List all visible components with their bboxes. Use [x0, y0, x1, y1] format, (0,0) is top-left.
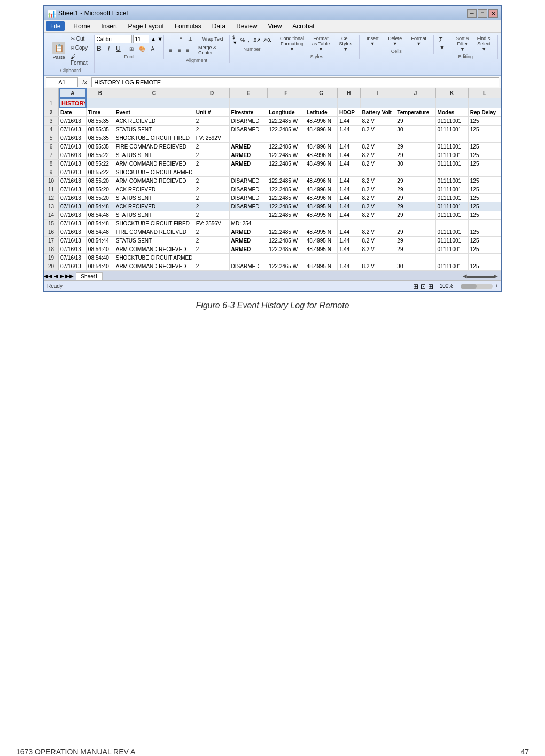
cell[interactable]	[305, 134, 338, 142]
cell[interactable]: 30	[395, 160, 435, 168]
cell[interactable]: 08:54:40	[87, 262, 114, 270]
cell[interactable]: 48.4995 N	[305, 211, 338, 219]
cell[interactable]: STATUS SENT	[114, 211, 194, 219]
cell[interactable]	[230, 211, 268, 219]
cell[interactable]: 07/16/13	[59, 254, 87, 262]
cell[interactable]: SHOCKTUBE CIRCUIT FIRED	[114, 220, 194, 228]
cell[interactable]: 07/16/13	[59, 185, 87, 193]
cell[interactable]: 125	[469, 126, 501, 134]
cell[interactable]: ARM COMMAND RECIEVED	[114, 245, 194, 253]
cell[interactable]: 122.2485 W	[267, 237, 305, 245]
cell[interactable]	[338, 254, 361, 262]
cell[interactable]: 07/16/13	[59, 237, 87, 245]
font-size-input[interactable]	[133, 35, 149, 43]
cell[interactable]: 01111001	[436, 237, 469, 245]
cell[interactable]: 08:54:40	[87, 245, 114, 253]
cell[interactable]: 01111001	[436, 194, 469, 202]
cell[interactable]: 29	[395, 194, 435, 202]
cell[interactable]: 29	[395, 228, 435, 236]
cell[interactable]: 01111001	[436, 117, 469, 125]
cell[interactable]	[360, 168, 395, 176]
cell[interactable]: DISARMED	[230, 262, 268, 270]
cell[interactable]: 01111001	[436, 228, 469, 236]
align-center-button[interactable]: ≡	[176, 46, 183, 54]
cell[interactable]: ACK RECIEVED	[114, 185, 194, 193]
cell[interactable]: 01111001	[436, 262, 469, 270]
cell[interactable]	[230, 134, 268, 142]
cell[interactable]: 1.44	[338, 151, 361, 159]
cell[interactable]: ARMED	[230, 151, 268, 159]
cell[interactable]: 2	[194, 237, 230, 245]
cell[interactable]: 8.2 V	[360, 177, 395, 185]
cell[interactable]: 8.2 V	[360, 228, 395, 236]
cell[interactable]: ARMED	[230, 237, 268, 245]
cell[interactable]	[395, 134, 435, 142]
cell[interactable]	[469, 220, 501, 228]
cell[interactable]: 1.44	[338, 117, 361, 125]
cell[interactable]: 08:54:44	[87, 237, 114, 245]
cell[interactable]: 125	[469, 185, 501, 193]
cell[interactable]: 125	[469, 202, 501, 211]
format-painter-button[interactable]: 🖌 Format	[68, 53, 91, 67]
cell[interactable]: SHOCKTUBE CIRCUIT ARMED	[114, 168, 194, 176]
cell[interactable]: 07/16/13	[59, 194, 87, 202]
italic-button[interactable]: I	[104, 44, 113, 53]
align-middle-button[interactable]: ≡	[177, 35, 185, 43]
page-layout-menu[interactable]: Page Layout	[126, 21, 166, 31]
cell[interactable]: STATUS SENT	[114, 126, 194, 134]
cell[interactable]: 1.44	[338, 245, 361, 253]
sheet-nav[interactable]: ◀◀ ◀ ▶ ▶▶	[44, 273, 74, 279]
cell[interactable]: 125	[469, 194, 501, 202]
cell[interactable]: 01111001	[436, 126, 469, 134]
paste-button[interactable]: 📋 Paste	[50, 41, 67, 61]
cell[interactable]: FIRE COMMAND RECIEVED	[114, 228, 194, 236]
cell[interactable]: 8.2 V	[360, 185, 395, 193]
cell[interactable]: 8.2 V	[360, 126, 395, 134]
cell[interactable]: 07/16/13	[59, 177, 87, 185]
cell[interactable]: 1.44	[338, 177, 361, 185]
cell[interactable]	[436, 220, 469, 228]
cell[interactable]: 08:55:22	[87, 168, 114, 176]
home-menu[interactable]: Home	[71, 21, 92, 31]
cell[interactable]: STATUS SENT	[114, 194, 194, 202]
view-normal-icon[interactable]: ⊞	[413, 283, 418, 290]
cell[interactable]	[436, 254, 469, 262]
cell[interactable]: 48.4996 N	[305, 143, 338, 151]
cell[interactable]	[267, 134, 305, 142]
cell[interactable]: 08:55:20	[87, 185, 114, 193]
cell[interactable]: 125	[469, 177, 501, 185]
cell[interactable]: 8.2 V	[360, 194, 395, 202]
cell[interactable]: DISARMED	[230, 177, 268, 185]
cell[interactable]: ARMED	[230, 245, 268, 253]
cell[interactable]	[360, 254, 395, 262]
formulas-menu[interactable]: Formulas	[173, 21, 204, 31]
cell[interactable]: 122.2485 W	[267, 160, 305, 168]
font-decrease-icon[interactable]: ▼	[157, 36, 163, 42]
cell[interactable]: 48.4996 N	[305, 160, 338, 168]
cell[interactable]: 08:54:48	[87, 220, 114, 228]
cell[interactable]: 07/16/13	[59, 262, 87, 270]
cell[interactable]: ARM COMMAND RECIEVED	[114, 177, 194, 185]
cell[interactable]: 07/16/13	[59, 228, 87, 236]
cell[interactable]: DISARMED	[230, 126, 268, 134]
cell[interactable]: 125	[469, 245, 501, 253]
cell[interactable]	[267, 254, 305, 262]
title-cell[interactable]: HISTORY LOG REMOTE	[59, 98, 87, 108]
cell[interactable]: 1.44	[338, 202, 361, 211]
cell[interactable]: 29	[395, 211, 435, 219]
copy-button[interactable]: ⎘ Copy	[68, 44, 91, 52]
cell[interactable]: 48.4995 N	[305, 228, 338, 236]
cell[interactable]: 122.2485 W	[267, 245, 305, 253]
cell[interactable]: 48.4995 N	[305, 237, 338, 245]
cell[interactable]: STATUS SENT	[114, 151, 194, 159]
cell[interactable]: 2	[194, 262, 230, 270]
cell[interactable]: 01111001	[436, 177, 469, 185]
cell[interactable]: 07/16/13	[59, 117, 87, 125]
cell[interactable]: 1.44	[338, 237, 361, 245]
horizontal-scroll[interactable]: ◀▬▬▬▬▬▶	[460, 273, 501, 279]
cell[interactable]: 1.44	[338, 194, 361, 202]
font-color-button[interactable]: A	[149, 45, 157, 53]
cell[interactable]: 01111001	[436, 211, 469, 219]
cell[interactable]: ARM COMMAND RECIEVED	[114, 262, 194, 270]
review-menu[interactable]: Review	[234, 21, 259, 31]
